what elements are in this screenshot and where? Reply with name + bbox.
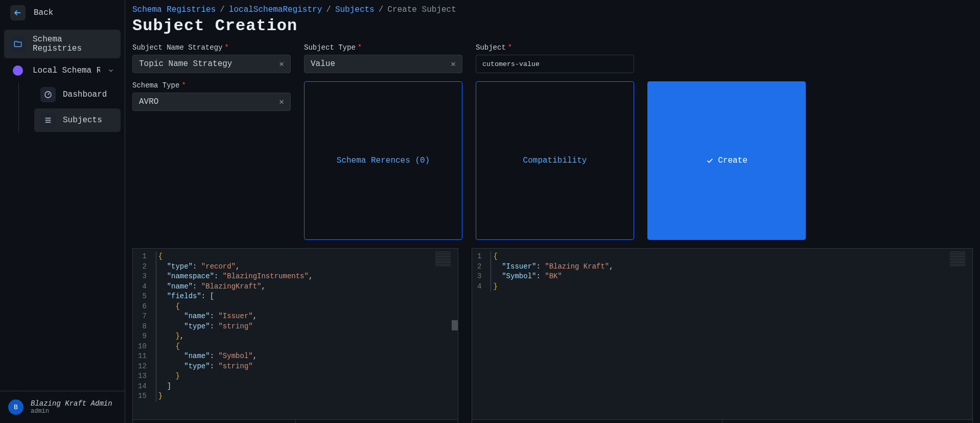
code-body[interactable]: { "type": "record", "namespace": "Blazin…: [152, 249, 458, 419]
avatar-initial: B: [14, 404, 18, 411]
sidebar-item-label: Dashboard: [63, 90, 107, 99]
syntax-errors-panel: Syntax Errors(0): [133, 420, 296, 423]
main-content: Schema Registries / localSchemaRegistry …: [125, 0, 980, 423]
breadcrumb-subjects[interactable]: Subjects: [335, 5, 375, 14]
clear-icon[interactable]: ✕: [279, 97, 284, 107]
clear-icon[interactable]: ✕: [451, 59, 456, 69]
minimap: [435, 252, 451, 267]
list-icon: [40, 113, 56, 128]
scrollbar[interactable]: [452, 249, 458, 419]
breadcrumb: Schema Registries / localSchemaRegistry …: [132, 5, 973, 14]
breadcrumb-sep: /: [220, 5, 225, 14]
breadcrumb-local[interactable]: localSchemaRegistry: [229, 5, 322, 14]
sidebar-item-subjects[interactable]: Subjects: [34, 108, 121, 132]
schema-editor[interactable]: 123456789101112131415 { "type": "record"…: [132, 248, 458, 420]
chevron-down-icon: [107, 67, 114, 74]
create-button[interactable]: Create: [647, 81, 806, 240]
sidebar: Back Schema Registries Local Schema Regi…: [0, 0, 125, 423]
minimap: [950, 252, 965, 267]
breadcrumb-current: Create Subject: [387, 5, 456, 14]
code-body[interactable]: { "Issuer": "Blazing Kraft", "Symbol": "…: [486, 249, 972, 419]
sidebar-item-label: Schema Registries: [33, 35, 114, 53]
schema-definition-errors-panel: Schema Definition Errors(0): [296, 420, 458, 423]
schema-errors-panel: Schema Errors(0): [722, 420, 972, 423]
back-label: Back: [34, 8, 53, 17]
avatar: B: [8, 399, 24, 415]
registry-dot-icon: [13, 65, 23, 76]
sample-editor[interactable]: 1234 { "Issuer": "Blazing Kraft", "Symbo…: [472, 248, 973, 420]
sidebar-item-schema-registries[interactable]: Schema Registries: [4, 30, 121, 58]
input-subject[interactable]: [476, 55, 634, 73]
back-arrow-icon: [10, 5, 26, 20]
back-button[interactable]: Back: [0, 0, 125, 26]
schema-references-button[interactable]: Schema Rerences (0): [304, 81, 462, 240]
select-subject-name-strategy[interactable]: Topic Name Strategy ✕: [132, 55, 291, 73]
select-value: Topic Name Strategy: [139, 59, 232, 69]
sidebar-item-label: Subjects: [63, 116, 102, 125]
button-label: Schema Rerences (0): [337, 156, 430, 165]
select-subject-type[interactable]: Value ✕: [304, 55, 462, 73]
user-role: admin: [31, 408, 112, 415]
gauge-icon: [40, 87, 56, 102]
breadcrumb-sep: /: [379, 5, 384, 14]
check-icon: [706, 157, 714, 165]
clear-icon[interactable]: ✕: [279, 59, 284, 69]
breadcrumb-schema-registries[interactable]: Schema Registries: [132, 5, 216, 14]
page-title: Subject Creation: [132, 16, 973, 35]
folder-icon: [10, 36, 26, 52]
button-label: Create: [718, 156, 748, 165]
user-info: Blazing Kraft Admin admin: [31, 399, 112, 415]
select-schema-type[interactable]: AVRO ✕: [132, 93, 291, 111]
select-value: AVRO: [139, 97, 158, 106]
label-subject-name-strategy: Subject Name Strategy*: [132, 43, 291, 52]
button-label: Compatibility: [523, 156, 587, 165]
label-subject-type: Subject Type*: [304, 43, 462, 52]
syntax-errors-panel: Syntax Errors(0): [472, 420, 722, 423]
sidebar-item-local-registry[interactable]: Local Schema Regi…: [4, 60, 121, 81]
label-schema-type: Schema Type*: [132, 81, 291, 90]
compatibility-button[interactable]: Compatibility: [476, 81, 634, 240]
line-gutter: 123456789101112131415: [133, 249, 152, 419]
sidebar-item-dashboard[interactable]: Dashboard: [34, 83, 121, 106]
user-name: Blazing Kraft Admin: [31, 399, 112, 408]
line-gutter: 1234: [472, 249, 486, 419]
sidebar-item-label: Local Schema Regi…: [33, 66, 100, 75]
breadcrumb-sep: /: [326, 5, 331, 14]
select-value: Value: [311, 59, 335, 69]
label-subject: Subject*: [476, 43, 634, 52]
user-footer[interactable]: B Blazing Kraft Admin admin: [0, 391, 125, 423]
